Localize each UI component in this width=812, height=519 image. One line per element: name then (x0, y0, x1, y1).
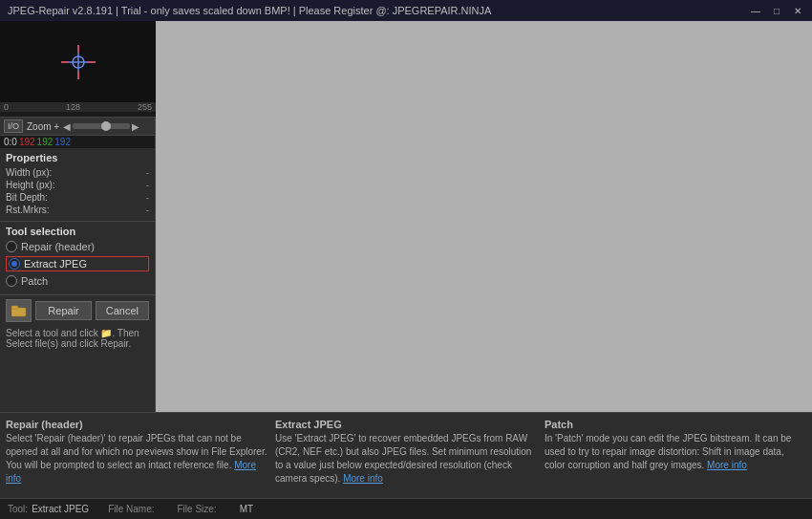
radio-extract-label: Extract JPEG (24, 258, 87, 270)
prop-height-val: - (146, 180, 149, 190)
pixel-coords: 0:0 192 192 192 (0, 136, 155, 148)
bottom-info: Repair (header) Select 'Repair (header)'… (0, 412, 812, 498)
properties-title: Properties (6, 152, 149, 163)
coord-r: 192 (19, 137, 35, 147)
status-tool-label: Tool: (8, 504, 28, 514)
window-controls: — □ ✕ (749, 4, 804, 17)
action-row: Repair Cancel (0, 294, 155, 326)
hint-text: Select a tool and click 📁. ThenSelect fi… (0, 326, 155, 353)
extract-jpeg-desc: Use 'Extract JPEG' to recover embedded J… (275, 432, 537, 492)
radio-extract[interactable]: Extract JPEG (6, 256, 149, 271)
radio-patch[interactable]: Patch (6, 275, 149, 287)
image-preview: 0 128 255 (0, 21, 156, 117)
extract-jpeg-label: Extract JPEG (275, 419, 537, 430)
tool-selection-title: Tool selection (6, 226, 149, 237)
radio-repair[interactable]: Repair (header) (6, 241, 149, 252)
prop-rstmrkrs-val: - (146, 205, 149, 215)
status-filesize-label: File Size: (178, 504, 217, 514)
prop-width-val: - (146, 167, 149, 178)
app-title: JPEG-Repair v2.8.191 | Trial - only save… (8, 5, 491, 16)
tool-selection-section: Tool selection Repair (header) Extract J… (0, 222, 155, 294)
radio-repair-label: Repair (header) (21, 241, 95, 252)
close-button[interactable]: ✕ (791, 4, 804, 17)
preview-canvas (0, 21, 156, 102)
status-mt: MT (240, 504, 253, 514)
slider-min: 0 (4, 102, 9, 112)
prop-width-label: Width (px): (6, 167, 52, 178)
main-container: 0 128 255 I/O Zoom + ◀ ▶ 0:0 192 192 192… (0, 21, 812, 412)
slider-mid: 128 (66, 102, 80, 112)
svg-rect-7 (11, 308, 26, 316)
status-filename: File Name: (108, 504, 158, 514)
prop-rstmrkrs: Rst.Mrkrs: - (6, 205, 149, 215)
repair-header-label: Repair (header) (6, 419, 267, 430)
status-mt-val: MT (240, 504, 253, 514)
status-bar: Tool: Extract JPEG File Name: File Size:… (0, 498, 812, 519)
open-file-button[interactable] (6, 299, 32, 322)
repair-header-desc: Select 'Repair (header)' to repair JPEGs… (6, 432, 267, 492)
zoom-slider[interactable]: ◀ ▶ (63, 121, 139, 132)
zoom-label: Zoom + (27, 121, 59, 132)
coord-b: 192 (54, 137, 71, 147)
svg-rect-8 (11, 306, 18, 309)
status-filesize: File Size: (178, 504, 221, 514)
extract-jpeg-link[interactable]: More info (343, 473, 383, 484)
info-patch: Patch In 'Patch' mode you can edit the J… (545, 419, 806, 492)
io-button[interactable]: I/O (4, 119, 23, 133)
repair-button[interactable]: Repair (35, 301, 91, 320)
status-tool-val: Extract JPEG (32, 504, 89, 514)
left-panel: 0 128 255 I/O Zoom + ◀ ▶ 0:0 192 192 192… (0, 21, 156, 412)
prop-rstmrkrs-label: Rst.Mrkrs: (6, 205, 50, 215)
patch-link[interactable]: More info (707, 460, 747, 470)
status-tool: Tool: Extract JPEG (8, 504, 89, 514)
radio-patch-indicator (6, 275, 17, 287)
slider-numbers: 0 128 255 (0, 102, 156, 112)
properties-section: Properties Width (px): - Height (px): - … (0, 148, 155, 222)
prop-width: Width (px): - (6, 167, 149, 178)
coord-g: 192 (37, 137, 53, 147)
prop-height: Height (px): - (6, 180, 149, 190)
prop-bitdepth: Bit Depth: - (6, 192, 149, 203)
prop-bitdepth-label: Bit Depth: (6, 192, 48, 203)
info-extract-jpeg: Extract JPEG Use 'Extract JPEG' to recov… (275, 419, 537, 492)
maximize-button[interactable]: □ (770, 4, 783, 17)
status-filename-label: File Name: (108, 504, 154, 514)
prop-height-label: Height (px): (6, 180, 55, 190)
minimize-button[interactable]: — (749, 4, 762, 17)
crosshair-icon (59, 43, 97, 81)
patch-label: Patch (545, 419, 806, 430)
cancel-button[interactable]: Cancel (96, 301, 149, 320)
radio-patch-label: Patch (21, 275, 48, 287)
coord-xy: 0:0 (4, 137, 17, 147)
right-canvas-panel (156, 21, 812, 412)
info-sections: Repair (header) Select 'Repair (header)'… (6, 419, 806, 492)
info-repair-header: Repair (header) Select 'Repair (header)'… (6, 419, 267, 492)
patch-desc: In 'Patch' mode you can edit the JPEG bi… (545, 432, 806, 492)
radio-repair-indicator (6, 241, 17, 252)
title-bar: JPEG-Repair v2.8.191 | Trial - only save… (0, 0, 812, 21)
toolbar-row: I/O Zoom + ◀ ▶ (0, 117, 155, 136)
slider-max: 255 (138, 102, 152, 112)
prop-bitdepth-val: - (146, 192, 149, 203)
radio-extract-indicator (9, 258, 20, 270)
